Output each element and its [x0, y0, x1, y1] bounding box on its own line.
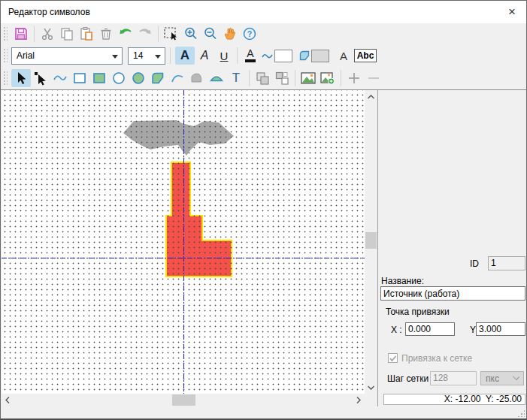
scroll-right-icon[interactable] [352, 394, 365, 406]
add-button[interactable] [344, 69, 364, 87]
group-button[interactable] [253, 69, 272, 87]
chord-icon [209, 71, 224, 86]
status-strip [1, 406, 527, 419]
redo-button[interactable] [135, 25, 155, 43]
paste-button[interactable] [77, 25, 96, 43]
font-family-value: Arial [12, 50, 35, 61]
ungroup-button[interactable] [272, 69, 292, 87]
help-button[interactable]: ? [240, 25, 259, 43]
abc-button[interactable]: Abc [353, 47, 377, 65]
fill-shape-icon [299, 50, 310, 61]
vertical-scroll-thumb[interactable] [365, 232, 377, 249]
font-family-combo[interactable]: Arial [11, 47, 123, 65]
snap-to-grid-checkbox[interactable] [388, 353, 398, 363]
drawing-canvas[interactable] [2, 90, 365, 394]
chord-tool[interactable] [207, 69, 226, 87]
underline-button[interactable]: U [214, 47, 234, 65]
node-select-tool[interactable] [31, 69, 50, 87]
save-icon [14, 26, 29, 41]
polygon-icon [150, 71, 165, 86]
toolbar-text: Arial 14 A A U A [1, 44, 526, 67]
filled-rectangle-icon [92, 71, 107, 86]
cursor-arrow-icon [14, 71, 29, 86]
arc-tool[interactable] [168, 69, 187, 87]
horizontal-scroll-thumb[interactable] [172, 394, 195, 406]
plus-icon [347, 71, 362, 86]
ellipse-tool[interactable] [109, 69, 129, 87]
grid-units-value: пкс [486, 373, 499, 384]
anchor-x-label: X : [391, 325, 402, 335]
toolbar-standard: ? [1, 23, 526, 44]
filled-rectangle-tool[interactable] [89, 69, 109, 87]
plain-a-label: A [340, 50, 347, 62]
text-style-button[interactable]: A [334, 47, 353, 65]
toolbar-grip[interactable] [2, 47, 8, 64]
polyline-tool[interactable] [50, 69, 70, 87]
toolbar-grip[interactable] [2, 26, 8, 42]
toolbar-separator [341, 70, 341, 86]
redo-icon [137, 26, 153, 41]
copy-button[interactable] [57, 25, 77, 43]
anchor-y-input[interactable] [476, 322, 525, 336]
name-label: Название: [381, 276, 424, 286]
delete-button[interactable] [96, 25, 116, 43]
window-title: Редактор символов [8, 7, 90, 17]
bold-label: A [180, 48, 189, 63]
zoom-in-button[interactable] [181, 25, 201, 43]
line-color-swatch [274, 50, 292, 62]
filled-ellipse-tool[interactable] [129, 69, 148, 87]
horizontal-scrollbar[interactable] [1, 394, 365, 406]
select-tool[interactable] [11, 69, 31, 87]
name-input[interactable] [380, 286, 525, 301]
bold-button[interactable]: A [175, 47, 195, 65]
help-icon: ? [242, 26, 257, 41]
close-icon[interactable]: × [501, 2, 523, 22]
zoom-out-icon [203, 26, 218, 41]
fill-color-swatch [311, 50, 329, 62]
polygon-tool[interactable] [148, 69, 168, 87]
font-color-button[interactable]: A [241, 47, 260, 65]
resize-grip-icon[interactable] [517, 409, 525, 417]
scroll-down-icon[interactable] [365, 381, 377, 394]
pie-tool[interactable] [187, 69, 207, 87]
cut-button[interactable] [38, 25, 57, 43]
scroll-up-icon[interactable] [365, 90, 377, 103]
anchor-x-input[interactable] [405, 322, 455, 336]
line-color-button[interactable] [260, 47, 293, 65]
svg-text:?: ? [247, 29, 252, 38]
rectangle-icon [72, 71, 87, 86]
pie-icon [189, 71, 204, 86]
insert-image-button[interactable] [298, 69, 318, 87]
undo-button[interactable] [116, 25, 135, 43]
chevron-down-icon [155, 55, 161, 59]
rectangle-tool[interactable] [70, 69, 89, 87]
undo-icon [117, 26, 134, 41]
zoom-out-button[interactable] [201, 25, 220, 43]
ungroup-icon [274, 71, 289, 86]
checkmark-icon [389, 355, 398, 363]
select-region-button[interactable] [162, 25, 181, 43]
cursor-coordinates: X: -12.00 Y: -25.00 [383, 394, 525, 405]
fill-color-button[interactable] [298, 47, 331, 65]
toolbar-separator [295, 70, 295, 86]
italic-button[interactable]: A [195, 47, 214, 65]
add-image-button[interactable] [318, 69, 338, 87]
toolbar-separator [249, 70, 250, 86]
font-size-value: 14 [129, 50, 143, 61]
building-shape [166, 162, 232, 276]
font-size-combo[interactable]: 14 [128, 47, 165, 65]
font-color-icon: A [245, 49, 256, 62]
vertical-scrollbar[interactable] [365, 90, 377, 394]
line-squiggle-icon [262, 50, 273, 61]
abc-label: Abc [354, 49, 377, 62]
toolbar-grip[interactable] [2, 70, 8, 86]
save-button[interactable] [11, 25, 31, 43]
titlebar: Редактор символов × [1, 1, 526, 23]
toolbar-tools: T [1, 67, 526, 89]
pan-button[interactable] [220, 25, 240, 43]
toolbar-area: ? Arial 14 A A U [1, 23, 526, 90]
arc-icon [170, 71, 185, 86]
text-tool[interactable]: T [226, 69, 246, 87]
scroll-left-icon[interactable] [1, 394, 14, 406]
remove-button[interactable] [364, 69, 383, 87]
